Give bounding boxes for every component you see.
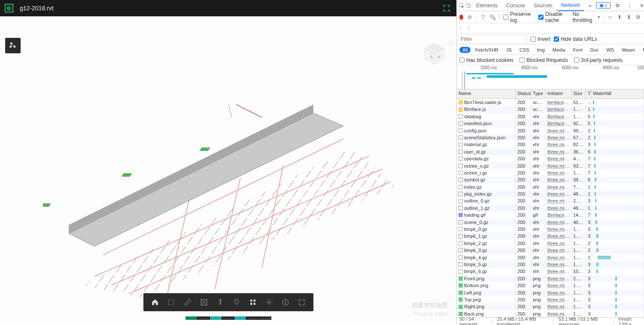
type-chip-ws[interactable]: WS [603,47,617,53]
request-initiator[interactable]: three.min.js:6 [546,254,571,261]
blocked-requests-checkbox[interactable]: Blocked Requests [519,57,568,63]
type-chip-media[interactable]: Media [550,47,568,53]
network-request-row[interactable]: material.gz200xhrthree.min.js:6823 B3... [457,141,644,148]
cube-home-icon[interactable]: ⌂ [450,39,453,46]
type-chip-fetchxhr[interactable]: Fetch/XHR [472,47,501,53]
network-request-row[interactable]: Top.png200pngthree.min.js:61.4 kB3... [457,296,644,303]
network-request-row[interactable]: Right.png200pngthree.min.js:61.9 kB3... [457,303,644,310]
request-initiator[interactable]: three.min.js:6 [546,184,571,190]
3d-model-render[interactable] [43,104,399,302]
request-initiator[interactable]: three.min.js:6 [546,226,571,233]
request-initiator[interactable]: three.min.js:6 [546,303,571,310]
network-request-row[interactable]: sceneStatistics.json200xhrthree.min.js:6… [457,134,644,141]
view-cube[interactable]: 左 前 [421,40,448,67]
section-button[interactable] [163,294,179,310]
request-initiator[interactable]: Bimface.js:1 [546,113,571,120]
third-party-checkbox[interactable]: 3rd-party requests [574,57,623,63]
type-chip-wasm[interactable]: Wasm [619,47,638,53]
network-request-row[interactable]: bmpk_0.gz200xhrthree.min.js:61.3 ...3... [457,226,644,233]
tabs-overflow[interactable]: » [585,0,595,11]
issues-badge[interactable]: ▣ 1 [596,2,611,9]
type-chip-all[interactable]: All [459,47,471,53]
network-request-row[interactable]: BimTilesLoader.js200scriptbimface.ind...… [457,99,644,106]
request-initiator[interactable]: three.min.js:6 [546,127,571,134]
network-timeline[interactable]: 2000 ms4000 ms6000 ms8000 ms100 [457,65,644,89]
request-initiator[interactable]: three.min.js:6 [546,219,571,226]
request-initiator[interactable]: three.min.js:6 [546,155,571,162]
network-request-row[interactable]: userdata.gz200xhrthree.min.js:64.4 kB7..… [457,155,644,162]
request-initiator[interactable]: three.min.js:6 [546,148,571,155]
inspect-element-icon[interactable] [459,1,465,10]
explode-button[interactable] [245,294,261,310]
export-har-icon[interactable]: ⬇ [626,13,632,21]
request-initiator[interactable]: three.min.js:6 [546,169,571,176]
network-table-body[interactable]: BimTilesLoader.js200scriptbimface.ind...… [457,99,644,317]
request-initiator[interactable]: bimface.ind... [546,99,571,106]
request-initiator[interactable]: three.min.js:6 [546,268,571,275]
network-request-row[interactable]: Bottom.png200pngthree.min.js:61.7 kB3... [457,282,644,289]
request-initiator[interactable]: three.min.js:6 [546,141,571,148]
network-request-row[interactable]: bmpk_6.gz200xhrthree.min.js:6107 ...3... [457,268,644,275]
tab-network[interactable]: Network [557,0,584,11]
type-chip-manifest[interactable]: Manifest [640,47,644,53]
network-request-row[interactable]: scene_0.gz200xhrthree.min.js:6408 ...3..… [457,219,644,226]
filter-toggle-icon[interactable]: ▽ [480,13,486,21]
cube-face-front[interactable]: 前 [437,55,440,59]
invert-checkbox[interactable]: Invert [531,36,550,42]
type-chip-doc[interactable]: Doc [587,47,602,53]
network-request-row[interactable]: bmpk_1.gz200xhrthree.min.js:61.3 ...3... [457,233,644,239]
col-time[interactable]: T [586,89,591,98]
walk-button[interactable] [212,294,228,310]
type-chip-css[interactable]: CSS [516,47,532,53]
request-initiator[interactable]: Bimface.js:1 [546,120,571,127]
request-initiator[interactable]: three.min.js:6 [546,134,571,141]
network-request-row[interactable]: outline_1.gz200xhrthree.min.js:6498 ...1… [457,205,644,212]
clip-button[interactable] [196,294,212,310]
col-initiator[interactable]: Initiator [546,89,571,98]
devtools-close-icon[interactable]: ✕ [637,1,644,10]
preserve-log-checkbox[interactable]: Preserve log [503,11,531,23]
device-toggle-icon[interactable] [465,1,471,10]
network-request-row[interactable]: index.gz200xhrthree.min.js:67.4 kB1... [457,184,644,190]
request-initiator[interactable]: Bimface.css [546,212,571,218]
devtools-settings-icon[interactable]: ⚙ [613,1,623,10]
network-conditions-icon[interactable] [607,13,613,21]
throttling-select[interactable]: No throttling [572,11,594,23]
col-waterfall[interactable]: Waterfall [591,89,644,98]
request-initiator[interactable]: three.min.js:6 [546,240,571,247]
type-chip-font[interactable]: Font [570,47,586,53]
home-button[interactable] [147,294,163,310]
request-initiator[interactable]: three.min.js:6 [546,289,571,296]
tab-console[interactable]: Console [502,0,529,11]
request-initiator[interactable]: three.min.js:6 [546,233,571,239]
network-request-row[interactable]: octree_o.gz200xhrthree.min.js:6934 B7... [457,162,644,169]
record-button[interactable] [459,15,463,20]
type-chip-js[interactable]: JS [503,47,515,53]
network-request-row[interactable]: bmpk_3.gz200xhrthree.min.js:61.3 ...2... [457,247,644,254]
request-initiator[interactable]: bimface.ind... [546,106,571,113]
network-request-row[interactable]: Front.png200pngthree.min.js:62.0 kB3... [457,275,644,282]
network-request-row[interactable]: manifest.json200xhrBimface.js:1928 B5... [457,120,644,127]
network-request-row[interactable]: outline_0.gz200xhrthree.min.js:62.4 ...3… [457,197,644,204]
request-initiator[interactable]: three.min.js:6 [546,205,571,212]
devtools-menu-icon[interactable]: ⋮ [625,1,635,10]
col-status[interactable]: Status [516,89,531,98]
marker-button[interactable] [228,294,245,310]
fit-view-icon[interactable] [441,3,452,14]
request-initiator[interactable]: three.min.js:6 [546,176,571,183]
request-initiator[interactable]: three.min.js:6 [546,261,571,268]
info-button[interactable]: i [277,294,294,310]
clear-button[interactable]: ⊘ [467,13,473,21]
blocked-cookies-checkbox[interactable]: Has blocked cookies [459,57,513,63]
settings-button[interactable] [261,294,277,310]
request-initiator[interactable]: three.min.js:6 [546,282,571,289]
network-request-row[interactable]: bmpk_5.gz200xhrthree.min.js:61.7 ...3... [457,261,644,268]
search-icon[interactable]: 🔍 [489,13,496,21]
app-logo[interactable]: B [4,3,14,13]
col-name[interactable]: Name [457,89,516,98]
network-request-row[interactable]: Bimface.js200scriptbimface.ind...1.3 ...… [457,106,644,113]
disable-cache-checkbox[interactable]: Disable cache [538,11,569,23]
tab-elements[interactable]: Elements [472,0,501,11]
tab-sources[interactable]: Sources [530,0,556,11]
request-initiator[interactable]: three.min.js:6 [546,197,571,204]
